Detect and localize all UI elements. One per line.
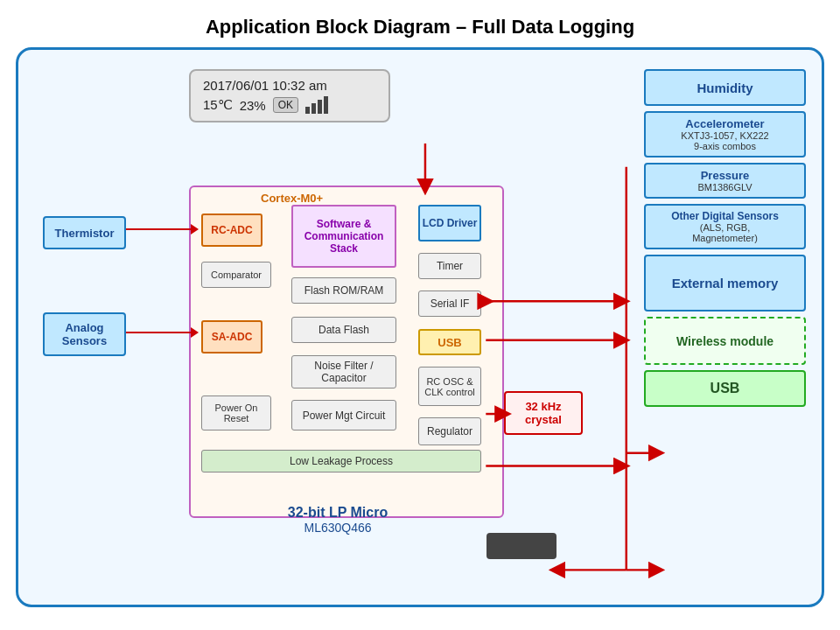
bar1 [305,107,310,114]
rc-osc-block: RC OSC & CLK control [418,367,481,406]
usb-chip-block: USB [418,329,481,355]
wireless-module-block: Wireless module [644,317,806,365]
other-digital-title: Other Digital Sensors [653,210,797,222]
other-digital-sub: (ALS, RGB,Magnetometer) [653,222,797,243]
low-leakage-bar: Low Leakage Process [201,450,481,472]
micro-label: 32-bit LP Micro ML630Q466 [237,505,438,535]
usb-right-block: USB [644,370,806,407]
chip-area: Cortex-M0+ RC-ADC Software & Communicati… [189,186,504,518]
lcd-temp: 15℃ [203,97,233,113]
rc-adc-block: RC-ADC [201,214,262,247]
humidity-block: Humidity [644,69,806,106]
power-mgt-block: Power Mgt Circuit [291,400,396,430]
cortex-label: Cortex-M0+ [261,192,323,205]
lcd-signal-bars [305,96,328,114]
micro-label-sub: ML630Q466 [237,521,438,535]
micro-label-main: 32-bit LP Micro [237,505,438,521]
bar3 [318,100,322,114]
noise-filter-block: Noise Filter / Capacitor [291,355,396,388]
crystal-label: 32 kHz crystal [504,391,583,435]
outer-diagram-box: 2017/06/01 10:32 am 15℃ 23% OK Cortex-M0… [16,47,824,607]
lcd-display: 2017/06/01 10:32 am 15℃ 23% OK [189,69,390,122]
pressure-title: Pressure [653,169,797,182]
pressure-block: Pressure BM1386GLV [644,163,806,199]
soft-comm-block: Software & Communication Stack [291,205,396,268]
lcd-ok-button[interactable]: OK [273,97,298,113]
lcd-humidity: 23% [240,98,266,113]
external-memory-block: External memory [644,255,806,312]
pressure-sub: BM1386GLV [653,182,797,192]
bar4 [324,96,328,114]
sa-adc-block: SA-ADC [201,320,262,354]
page-title: Application Block Diagram – Full Data Lo… [0,0,840,47]
comparator-block: Comparator [201,262,271,288]
arrow-analog [126,332,192,333]
accelerometer-block: Accelerometer KXTJ3-1057, KX2229-axis co… [644,111,806,158]
lcd-line1: 2017/06/01 10:32 am [203,78,376,93]
lcd-driver-block: LCD Driver [418,205,481,242]
right-panel: Humidity Accelerometer KXTJ3-1057, KX222… [644,69,806,412]
lcd-line2: 15℃ 23% OK [203,96,376,114]
data-flash-block: Data Flash [291,317,396,343]
accelerometer-title: Accelerometer [653,117,797,130]
analog-sensors-label: Analog Sensors [43,312,126,356]
arrow-thermistor [126,228,192,230]
power-on-reset-block: Power On Reset [201,396,271,430]
serial-if-block: Serial IF [418,290,481,317]
regulator-block: Regulator [418,417,481,445]
timer-block: Timer [418,253,481,279]
flash-rom-block: Flash ROM/RAM [291,277,396,304]
bar2 [312,103,316,114]
thermistor-label: Thermistor [43,216,126,249]
other-digital-block: Other Digital Sensors (ALS, RGB,Magnetom… [644,204,806,249]
usb-connector [486,533,556,559]
accelerometer-sub: KXTJ3-1057, KX2229-axis combos [653,130,797,151]
